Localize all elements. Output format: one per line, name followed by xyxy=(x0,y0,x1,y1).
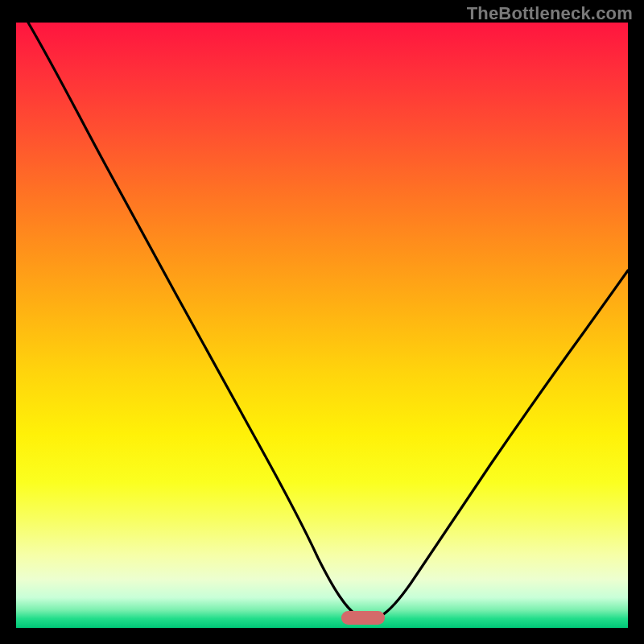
chart-frame: TheBottleneck.com xyxy=(0,0,644,644)
plot-area xyxy=(16,23,628,628)
watermark-text: TheBottleneck.com xyxy=(467,3,633,24)
curve-svg xyxy=(16,23,628,628)
optimum-marker xyxy=(341,611,385,625)
bottleneck-curve xyxy=(28,23,628,620)
